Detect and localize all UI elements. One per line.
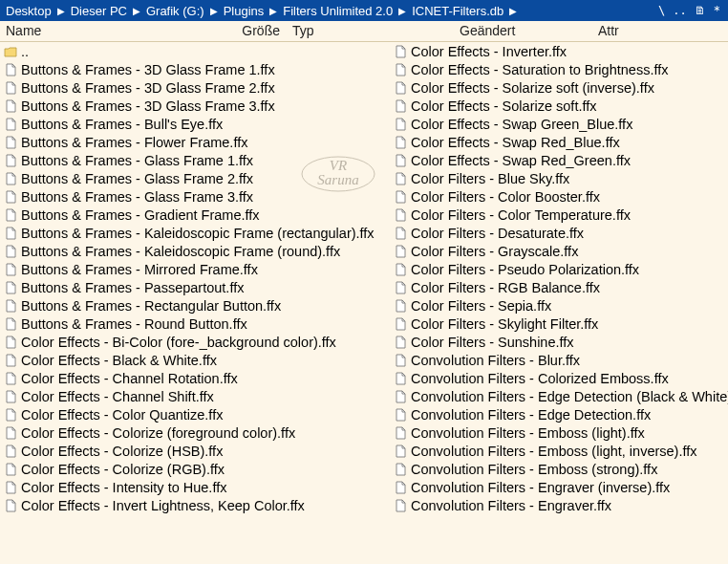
file-row[interactable]: Color Filters - Pseudo Polarization.ffx <box>390 260 728 278</box>
column-header-attr[interactable]: Attr <box>592 21 728 41</box>
file-row[interactable]: Buttons & Frames - Glass Frame 3.ffx <box>0 187 390 206</box>
crumb-plugins[interactable]: Plugins <box>222 4 267 18</box>
file-icon <box>4 263 17 276</box>
column-header-modified[interactable]: Geändert <box>454 21 592 41</box>
file-row[interactable]: Buttons & Frames - Glass Frame 2.ffx <box>0 169 390 187</box>
file-label: Buttons & Frames - Kaleidoscopic Frame (… <box>21 226 375 241</box>
column-header-name[interactable]: Name <box>0 21 227 41</box>
file-row[interactable]: Buttons & Frames - Kaleidoscopic Frame (… <box>0 242 390 260</box>
file-row[interactable]: Color Effects - Colorize (RGB).ffx <box>0 460 390 478</box>
file-row[interactable]: Convolution Filters - Colorized Emboss.f… <box>390 369 728 387</box>
file-icon <box>4 81 17 95</box>
file-icon <box>4 481 17 494</box>
crumb-fu20[interactable]: Filters Unlimited 2.0 <box>281 4 395 18</box>
file-label: Color Effects - Inverter.ffx <box>411 44 567 59</box>
file-icon <box>4 445 17 458</box>
file-row[interactable]: Buttons & Frames - Bull's Eye.ffx <box>0 115 390 133</box>
file-row[interactable]: Convolution Filters - Blur.ffx <box>390 351 728 369</box>
file-icon <box>394 354 407 367</box>
file-label: Convolution Filters - Edge Detection.ffx <box>411 407 651 423</box>
crumb-desktop[interactable]: Desktop <box>4 4 54 18</box>
toolbar-root-button[interactable]: \ <box>654 4 669 17</box>
file-row[interactable]: Color Filters - Skylight Filter.ffx <box>390 315 728 333</box>
file-label: Color Effects - Swap Green_Blue.ffx <box>411 117 632 132</box>
file-row[interactable]: Buttons & Frames - 3D Glass Frame 3.ffx <box>0 97 390 115</box>
file-row[interactable]: Color Effects - Solarize soft.ffx <box>390 97 728 115</box>
file-row[interactable]: Color Effects - Swap Red_Blue.ffx <box>390 133 728 151</box>
file-row[interactable]: Color Effects - Color Quantize.ffx <box>0 405 390 423</box>
file-row[interactable]: Color Filters - Sunshine.ffx <box>390 333 728 351</box>
file-row[interactable]: Convolution Filters - Emboss (light, inv… <box>390 442 728 460</box>
file-label: Color Filters - Grayscale.ffx <box>411 244 578 259</box>
file-icon <box>394 190 407 204</box>
file-row[interactable]: Color Effects - Swap Red_Green.ffx <box>390 151 728 169</box>
file-row[interactable]: Convolution Filters - Emboss (strong).ff… <box>390 460 728 478</box>
file-row[interactable]: Convolution Filters - Engraver.ffx <box>390 496 728 514</box>
file-row[interactable]: Buttons & Frames - Passepartout.ffx <box>0 278 390 296</box>
file-label: Buttons & Frames - 3D Glass Frame 1.ffx <box>21 62 275 77</box>
file-icon <box>394 499 407 512</box>
file-row[interactable]: Convolution Filters - Edge Detection.ffx <box>390 405 728 423</box>
crumb-icnet-db[interactable]: ICNET-Filters.db <box>410 4 505 18</box>
file-row[interactable]: Color Filters - Grayscale.ffx <box>390 242 728 260</box>
column-header-size[interactable]: Größe <box>227 21 287 41</box>
toolbar-star-button[interactable]: * <box>710 4 724 17</box>
file-row[interactable]: Buttons & Frames - Rectangular Button.ff… <box>0 296 390 315</box>
file-row[interactable]: Color Effects - Swap Green_Blue.ffx <box>390 115 728 133</box>
file-label: Color Filters - Sepia.ffx <box>411 298 551 314</box>
file-row[interactable]: Color Filters - Blue Sky.ffx <box>390 169 728 187</box>
file-row[interactable]: Buttons & Frames - 3D Glass Frame 1.ffx <box>0 60 390 78</box>
file-row[interactable]: Color Effects - Colorize (HSB).ffx <box>0 442 390 460</box>
parent-folder-row[interactable]: .. <box>0 42 390 60</box>
file-row[interactable]: Color Effects - Solarize soft (inverse).… <box>390 78 728 97</box>
file-row[interactable]: Convolution Filters - Emboss (light).ffx <box>390 423 728 442</box>
chevron-right-icon: ▶ <box>206 6 222 16</box>
file-row[interactable]: Color Effects - Intensity to Hue.ffx <box>0 478 390 496</box>
toolbar-list-button[interactable]: 🗎 <box>691 4 710 17</box>
file-label: Convolution Filters - Emboss (light, inv… <box>411 444 697 459</box>
crumb-grafik-g[interactable]: Grafik (G:) <box>144 4 206 18</box>
toolbar-up-button[interactable]: .. <box>669 4 690 17</box>
file-icon <box>394 299 407 313</box>
file-label: Color Effects - Color Quantize.ffx <box>21 407 223 423</box>
file-row[interactable]: Color Effects - Bi-Color (fore-_backgrou… <box>0 333 390 351</box>
file-icon <box>4 317 17 331</box>
file-label: Color Effects - Bi-Color (fore-_backgrou… <box>21 335 336 350</box>
file-row[interactable]: Color Filters - RGB Balance.ffx <box>390 278 728 296</box>
file-icon <box>394 208 407 222</box>
file-label: Color Effects - Swap Red_Green.ffx <box>411 153 631 168</box>
file-icon <box>4 299 17 313</box>
file-row[interactable]: Buttons & Frames - Flower Frame.ffx <box>0 133 390 151</box>
file-row[interactable]: Convolution Filters - Edge Detection (Bl… <box>390 387 728 405</box>
file-row[interactable]: Buttons & Frames - Mirrored Frame.ffx <box>0 260 390 278</box>
file-row[interactable]: Color Effects - Invert Lightness, Keep C… <box>0 496 390 514</box>
file-row[interactable]: Color Effects - Saturation to Brightness… <box>390 60 728 78</box>
file-row[interactable]: Color Effects - Inverter.ffx <box>390 42 728 60</box>
file-row[interactable]: Buttons & Frames - Gradient Frame.ffx <box>0 206 390 224</box>
file-row[interactable]: Color Effects - Channel Rotation.ffx <box>0 369 390 387</box>
file-row[interactable]: Buttons & Frames - 3D Glass Frame 2.ffx <box>0 78 390 97</box>
file-column-right: Color Effects - Inverter.ffxColor Effect… <box>390 42 728 564</box>
file-row[interactable]: Buttons & Frames - Kaleidoscopic Frame (… <box>0 224 390 242</box>
file-icon <box>4 390 17 403</box>
file-row[interactable]: Color Filters - Color Booster.ffx <box>390 187 728 206</box>
file-icon <box>4 190 17 204</box>
file-row[interactable]: Color Filters - Sepia.ffx <box>390 296 728 315</box>
file-icon <box>4 245 17 258</box>
file-row[interactable]: Color Filters - Color Temperature.ffx <box>390 206 728 224</box>
file-row[interactable]: Color Effects - Black & White.ffx <box>0 351 390 369</box>
file-row[interactable]: Buttons & Frames - Glass Frame 1.ffx <box>0 151 390 169</box>
file-row[interactable]: Buttons & Frames - Round Button.ffx <box>0 315 390 333</box>
column-header-type[interactable]: Typ <box>287 21 454 41</box>
file-label: Buttons & Frames - Rectangular Button.ff… <box>21 298 281 314</box>
file-label: Color Filters - Color Booster.ffx <box>411 189 600 205</box>
file-icon <box>394 99 407 113</box>
file-row[interactable]: Color Effects - Colorize (foreground col… <box>0 423 390 442</box>
file-icon <box>394 317 407 331</box>
column-header-row: Name Größe Typ Geändert Attr <box>0 21 728 42</box>
file-row[interactable]: Color Effects - Channel Shift.ffx <box>0 387 390 405</box>
chevron-right-icon: ▶ <box>505 6 521 16</box>
file-row[interactable]: Color Filters - Desaturate.ffx <box>390 224 728 242</box>
crumb-dieser-pc[interactable]: Dieser PC <box>69 4 129 18</box>
file-row[interactable]: Convolution Filters - Engraver (inverse)… <box>390 478 728 496</box>
